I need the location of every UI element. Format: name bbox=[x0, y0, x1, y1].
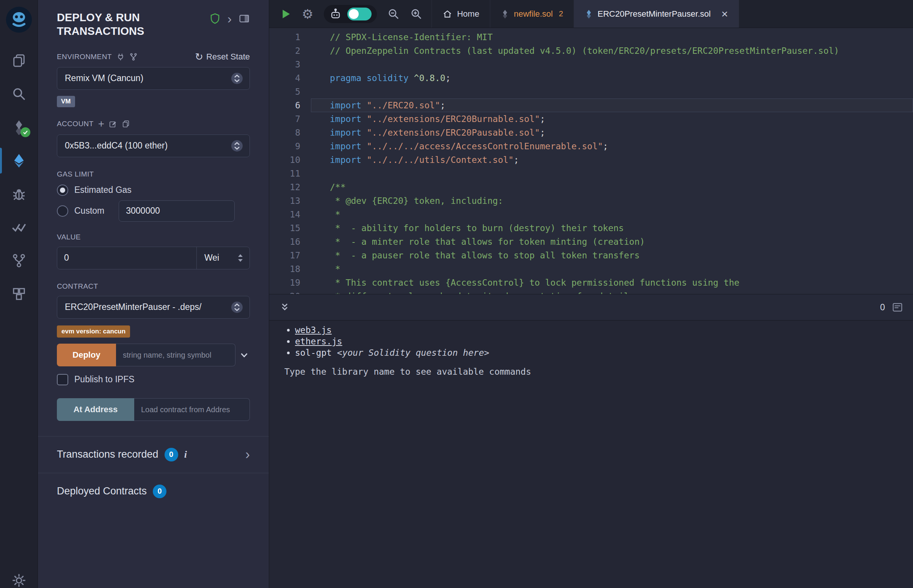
tab-erc20-preset-minter-pauser[interactable]: ERC20PresetMinterPauser.sol × bbox=[574, 0, 739, 27]
line-content: import "../extensions/ERC20Burnable.sol"… bbox=[311, 112, 913, 126]
line-number: 14 bbox=[269, 208, 311, 221]
custom-gas-input[interactable] bbox=[119, 200, 235, 221]
account-select[interactable]: 0x5B3...eddC4 (100 ether) bbox=[57, 134, 250, 157]
environment-select[interactable]: Remix VM (Cancun) bbox=[57, 67, 250, 90]
split-view-icon[interactable] bbox=[238, 13, 250, 24]
zoom-in-icon[interactable] bbox=[410, 8, 423, 20]
at-address-button[interactable]: At Address bbox=[57, 398, 134, 421]
reset-state-button[interactable]: ↻ Reset State bbox=[195, 52, 250, 62]
code-line[interactable]: 5 bbox=[269, 85, 913, 99]
edit-account-icon[interactable] bbox=[109, 120, 117, 128]
line-content: // OpenZeppelin Contracts (last updated … bbox=[311, 44, 913, 58]
code-line[interactable]: 9import "../../../access/AccessControlEn… bbox=[269, 139, 913, 153]
code-line[interactable]: 16 * - a minter role that allows for tok… bbox=[269, 235, 913, 249]
sidebar-item-debugger[interactable] bbox=[0, 177, 38, 211]
activity-bar bbox=[0, 0, 38, 588]
sidebar-item-search[interactable] bbox=[0, 77, 38, 111]
value-label: VALUE bbox=[57, 233, 81, 241]
tab-home[interactable]: Home bbox=[431, 0, 490, 27]
code-line[interactable]: 2// OpenZeppelin Contracts (last updated… bbox=[269, 44, 913, 58]
sidebar-item-solidity-compiler[interactable] bbox=[0, 111, 38, 144]
line-number: 1 bbox=[269, 30, 311, 44]
line-number: 11 bbox=[269, 167, 311, 180]
sidebar-item-unit-testing[interactable] bbox=[0, 211, 38, 244]
line-content: * bbox=[311, 208, 913, 221]
line-content bbox=[311, 58, 913, 71]
terminal-output[interactable]: web3.jsethers.jssol-gpt <your Solidity q… bbox=[269, 320, 913, 588]
transactions-recorded-row[interactable]: Transactions recorded 0 i › bbox=[38, 436, 269, 473]
code-line[interactable]: 6import "../ERC20.sol"; bbox=[269, 99, 913, 112]
run-script-icon[interactable] bbox=[280, 8, 291, 20]
sidebar-item-settings[interactable] bbox=[0, 573, 38, 588]
sidebar-item-file-explorer[interactable] bbox=[0, 44, 38, 77]
collapse-panel-chevron-icon[interactable]: › bbox=[228, 12, 231, 25]
remix-logo-icon[interactable] bbox=[5, 5, 33, 34]
sidebar-item-deploy-and-run[interactable] bbox=[0, 144, 38, 177]
expand-terminal-chevrons-icon[interactable] bbox=[279, 302, 290, 313]
code-line[interactable]: 15 * - ability for holders to burn (dest… bbox=[269, 221, 913, 235]
shield-icon[interactable] bbox=[209, 13, 221, 24]
terminal-bar: 0 bbox=[269, 294, 913, 320]
code-editor[interactable]: 1// SPDX-License-Identifier: MIT2// Open… bbox=[269, 28, 913, 294]
checkbox-icon bbox=[57, 374, 68, 385]
editor-toolbar: ⚙ Home newfile.sol 2 bbox=[269, 0, 913, 28]
code-line[interactable]: 19 * This contract uses {AccessControl} … bbox=[269, 276, 913, 289]
line-number: 20 bbox=[269, 289, 311, 294]
fork-icon[interactable] bbox=[129, 53, 138, 61]
line-number: 16 bbox=[269, 235, 311, 249]
code-line[interactable]: 12/** bbox=[269, 180, 913, 194]
code-line[interactable]: 4pragma solidity ^0.8.0; bbox=[269, 71, 913, 85]
contract-select[interactable]: ERC20PresetMinterPauser - .deps/ bbox=[57, 296, 250, 318]
account-label: ACCOUNT bbox=[57, 120, 94, 128]
line-number: 13 bbox=[269, 194, 311, 208]
code-line[interactable]: 1// SPDX-License-Identifier: MIT bbox=[269, 30, 913, 44]
script-config-gears-icon[interactable]: ⚙ bbox=[302, 8, 313, 21]
line-number: 10 bbox=[269, 153, 311, 167]
code-line[interactable]: 7import "../extensions/ERC20Burnable.sol… bbox=[269, 112, 913, 126]
line-content: /** bbox=[311, 180, 913, 194]
code-line[interactable]: 17 * - a pauser role that allows to stop… bbox=[269, 249, 913, 262]
code-line[interactable]: 18 * bbox=[269, 262, 913, 276]
tab-newfile[interactable]: newfile.sol 2 bbox=[490, 0, 574, 27]
ai-toggle[interactable] bbox=[347, 8, 372, 21]
estimated-gas-radio[interactable]: Estimated Gas bbox=[57, 184, 250, 196]
contract-label: CONTRACT bbox=[57, 282, 98, 291]
add-account-icon[interactable]: + bbox=[98, 119, 104, 129]
at-address-input[interactable] bbox=[134, 398, 250, 421]
sidebar-item-git[interactable] bbox=[0, 244, 38, 277]
code-line[interactable]: 20 * different roles - head to its docum… bbox=[269, 289, 913, 294]
terminal-list-item[interactable]: ethers.js bbox=[295, 336, 913, 347]
terminal-listen-icon[interactable] bbox=[892, 302, 903, 313]
copy-account-icon[interactable] bbox=[122, 120, 130, 128]
code-area: 1// SPDX-License-Identifier: MIT2// Open… bbox=[269, 30, 913, 294]
code-line[interactable]: 11 bbox=[269, 167, 913, 180]
custom-gas-radio[interactable]: Custom bbox=[57, 200, 250, 221]
line-number: 12 bbox=[269, 180, 311, 194]
value-input[interactable] bbox=[57, 247, 196, 269]
select-spinner-icon bbox=[230, 72, 243, 85]
line-number: 17 bbox=[269, 249, 311, 262]
plug-icon[interactable] bbox=[117, 53, 125, 61]
info-icon[interactable]: i bbox=[184, 449, 187, 460]
line-number: 2 bbox=[269, 44, 311, 58]
publish-to-ipfs-checkbox[interactable]: Publish to IPFS bbox=[57, 374, 250, 385]
compile-success-badge-icon bbox=[21, 127, 30, 137]
code-line[interactable]: 3 bbox=[269, 58, 913, 71]
expand-transactions-chevron-icon[interactable]: › bbox=[245, 448, 250, 462]
value-unit-select[interactable]: Wei bbox=[196, 247, 249, 269]
code-line[interactable]: 14 * bbox=[269, 208, 913, 221]
select-spinner-icon bbox=[230, 139, 243, 152]
code-line[interactable]: 10import "../../../utils/Context.sol"; bbox=[269, 153, 913, 167]
terminal-list-item[interactable]: web3.js bbox=[295, 324, 913, 336]
expand-deploy-params-chevron-icon[interactable] bbox=[238, 349, 250, 361]
select-spinner-icon bbox=[230, 301, 243, 314]
deploy-args-input[interactable] bbox=[116, 344, 235, 367]
zoom-out-icon[interactable] bbox=[387, 8, 400, 20]
sidebar-item-plugin-manager[interactable] bbox=[0, 277, 38, 311]
code-line[interactable]: 13 * @dev {ERC20} token, including: bbox=[269, 194, 913, 208]
ai-robot-icon[interactable] bbox=[329, 8, 342, 21]
line-content bbox=[311, 167, 913, 180]
close-tab-icon[interactable]: × bbox=[721, 8, 728, 20]
deploy-button[interactable]: Deploy bbox=[57, 344, 116, 367]
code-line[interactable]: 8import "../extensions/ERC20Pausable.sol… bbox=[269, 126, 913, 139]
